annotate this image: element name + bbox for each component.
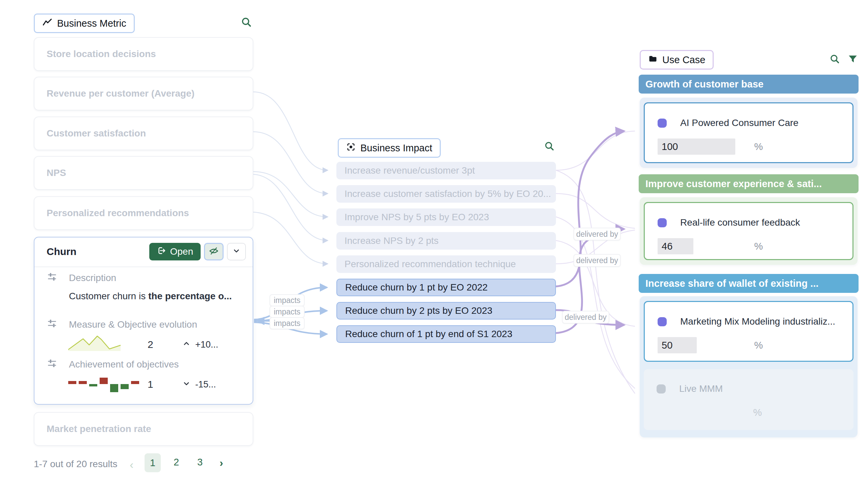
achievement-delta: -15...	[182, 379, 216, 390]
achievement-bar-chart	[68, 375, 143, 393]
impact-search-icon[interactable]	[544, 141, 555, 153]
measure-section-row: Measure & Objective evolution	[47, 318, 197, 331]
usecase-group-header[interactable]: Increase share of wallet of existing ...	[639, 274, 859, 293]
impact-label: Reduce churn of 1 pt by end of S1 2023	[345, 329, 512, 339]
edge-label-impacts: impacts	[270, 317, 305, 329]
sliders-icon	[47, 358, 57, 371]
usecase-unit: %	[754, 340, 763, 351]
metric-label: NPS	[47, 168, 66, 178]
impact-row-highlighted[interactable]: Reduce churn by 1 pt by EO 2022	[336, 279, 556, 296]
folder-icon	[648, 54, 658, 66]
metric-label: Market penetration rate	[47, 424, 151, 434]
eye-off-icon	[209, 246, 219, 257]
business-metric-type-chip[interactable]: Business Metric	[34, 14, 135, 33]
business-impact-type-chip[interactable]: Business Impact	[338, 138, 441, 158]
impact-row[interactable]: Improve NPS by 5 pts by EO 2023	[336, 208, 556, 226]
edge-label-delivered-by: delivered by	[573, 254, 621, 267]
usecase-card[interactable]: Real-life consumer feedback 46 %	[644, 202, 853, 260]
prev-page-button[interactable]: ‹	[130, 458, 133, 471]
metric-label: Personalized recommendations	[47, 208, 189, 219]
page-button-2[interactable]: 2	[174, 457, 179, 468]
impact-label: Personalized recommendation technique	[344, 259, 516, 270]
usecase-group-header[interactable]: Growth of customer base	[639, 75, 859, 94]
usecase-card[interactable]: AI Powered Consumer Care 100 %	[644, 102, 853, 163]
impact-label: Increase NPS by 2 pts	[344, 235, 439, 246]
open-external-icon	[157, 246, 166, 258]
churn-metric-card[interactable]: Churn Open Description Customer churn is…	[34, 237, 253, 405]
metric-card[interactable]: Market penetration rate	[34, 412, 253, 446]
chevron-down-icon	[232, 247, 240, 256]
description-section-row: Description	[47, 271, 116, 284]
metric-card[interactable]: Store location decisions	[34, 37, 253, 71]
use-case-type-chip[interactable]: Use Case	[640, 50, 714, 70]
chevron-down-icon	[182, 379, 190, 390]
hide-visibility-button[interactable]	[204, 243, 224, 260]
metric-label: Store location decisions	[47, 49, 156, 59]
trend-icon	[42, 18, 52, 29]
description-text: Customer churn is the percentage o...	[69, 291, 232, 302]
usecase-bullet-icon	[658, 119, 667, 128]
impact-label: Increase customer satisfaction by 5% by …	[344, 188, 551, 199]
metric-label: Customer satisfaction	[47, 128, 146, 139]
next-page-button[interactable]: ›	[220, 457, 223, 469]
usecase-card-disabled[interactable]: Live MMM %	[644, 369, 853, 430]
usecase-value-input[interactable]: 100	[658, 138, 735, 155]
expand-options-button[interactable]	[227, 243, 246, 260]
chip-label: Business Metric	[57, 18, 126, 29]
impact-label: Reduce churn by 1 pt by EO 2022	[345, 282, 488, 293]
open-button[interactable]: Open	[149, 243, 201, 260]
impact-row[interactable]: Increase revenue/customer 3pt	[336, 162, 556, 179]
achievement-label: Achievement of objectives	[69, 359, 179, 370]
usecase-value-input[interactable]: 46	[658, 238, 693, 254]
metric-card[interactable]: Personalized recommendations	[34, 196, 253, 230]
usecase-unit: %	[753, 407, 762, 418]
open-button-label: Open	[170, 246, 194, 257]
results-summary: 1-7 out of 20 results	[34, 459, 117, 470]
churn-title: Churn	[47, 246, 149, 257]
impact-row[interactable]: Personalized recommendation technique	[336, 255, 556, 273]
measure-sparkline-chart	[68, 335, 122, 352]
usecase-title: Marketing Mix Modeling industrializ...	[680, 316, 835, 327]
group-header-label: Growth of customer base	[645, 79, 764, 90]
usecase-unit: %	[754, 241, 763, 252]
scan-target-icon	[346, 142, 356, 154]
edge-label-delivered-by: delivered by	[573, 228, 621, 240]
edge-label-delivered-by: delivered by	[562, 311, 609, 324]
usecase-title: Live MMM	[679, 383, 723, 394]
edge-label-impacts: impacts	[270, 294, 305, 306]
sliders-icon	[47, 318, 57, 331]
usecase-value-input[interactable]: 50	[658, 337, 697, 353]
metric-card[interactable]: Customer satisfaction	[34, 117, 253, 150]
usecase-unit: %	[754, 141, 763, 152]
impact-row-highlighted[interactable]: Reduce churn by 2 pts by EO 2023	[336, 302, 556, 320]
sliders-icon	[47, 271, 57, 284]
impact-row[interactable]: Increase customer satisfaction by 5% by …	[336, 185, 556, 203]
group-header-label: Increase share of wallet of existing ...	[645, 278, 819, 289]
metric-search-icon[interactable]	[240, 16, 253, 30]
page-button-3[interactable]: 3	[197, 457, 203, 468]
impact-label: Improve NPS by 5 pts by EO 2023	[344, 212, 489, 223]
metric-label: Revenue per customer (Average)	[47, 88, 195, 99]
usecase-title: Real-life consumer feedback	[680, 217, 800, 228]
impact-label: Reduce churn by 2 pts by EO 2023	[345, 305, 492, 316]
measure-delta: +10...	[182, 339, 218, 350]
measure-label: Measure & Objective evolution	[69, 319, 197, 330]
metric-card[interactable]: Revenue per customer (Average)	[34, 77, 253, 110]
description-label: Description	[69, 273, 116, 283]
chevron-up-icon	[182, 339, 190, 350]
page-button-1[interactable]: 1	[145, 453, 161, 472]
usecase-title: AI Powered Consumer Care	[680, 118, 798, 128]
usecase-group-header[interactable]: Improve customer experience & sati...	[639, 174, 859, 193]
usecase-search-icon[interactable]	[829, 53, 841, 66]
metric-impact-faint-edges	[253, 92, 328, 264]
metric-card[interactable]: NPS	[34, 156, 253, 190]
usecase-bullet-icon	[657, 384, 666, 394]
usecase-card[interactable]: Marketing Mix Modeling industrializ... 5…	[644, 301, 853, 362]
impact-row-highlighted[interactable]: Reduce churn of 1 pt by end of S1 2023	[336, 325, 556, 343]
achievement-section-row: Achievement of objectives	[47, 358, 179, 371]
usecase-bullet-icon	[658, 317, 667, 326]
filter-funnel-icon[interactable]	[847, 53, 859, 66]
chip-label: Use Case	[662, 54, 705, 66]
measure-value: 2	[148, 339, 153, 350]
impact-row[interactable]: Increase NPS by 2 pts	[336, 232, 556, 250]
